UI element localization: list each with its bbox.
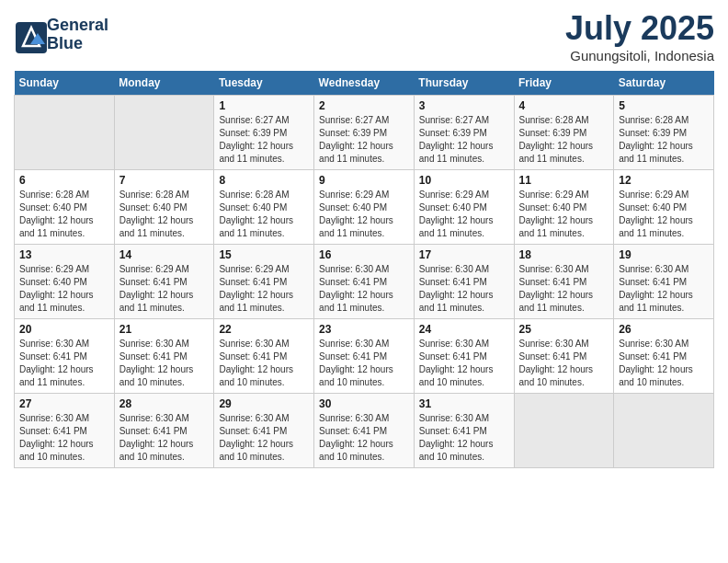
day-number: 9 [319,174,409,187]
day-info: Sunrise: 6:27 AM Sunset: 6:39 PM Dayligh… [419,114,509,166]
day-info: Sunrise: 6:29 AM Sunset: 6:41 PM Dayligh… [219,263,309,315]
day-info: Sunrise: 6:28 AM Sunset: 6:40 PM Dayligh… [19,189,109,240]
calendar-cell: 1Sunrise: 6:27 AM Sunset: 6:39 PM Daylig… [214,96,314,170]
main-title: July 2025 [565,9,714,48]
day-number: 16 [319,248,409,261]
logo-text: General Blue [47,17,108,53]
calendar-week-5: 27Sunrise: 6:30 AM Sunset: 6:41 PM Dayli… [15,394,714,468]
calendar-cell: 13Sunrise: 6:29 AM Sunset: 6:40 PM Dayli… [15,245,115,319]
day-info: Sunrise: 6:29 AM Sunset: 6:40 PM Dayligh… [19,263,109,315]
logo-line2: Blue [47,35,108,53]
calendar-cell [614,394,714,468]
calendar-cell: 5Sunrise: 6:28 AM Sunset: 6:39 PM Daylig… [614,96,714,170]
day-number: 18 [519,248,609,261]
day-number: 22 [219,323,309,336]
calendar-cell: 9Sunrise: 6:29 AM Sunset: 6:40 PM Daylig… [314,170,415,245]
header-cell-friday: Friday [514,71,614,96]
day-number: 21 [119,323,210,336]
calendar-cell [514,394,614,468]
calendar-cell: 14Sunrise: 6:29 AM Sunset: 6:41 PM Dayli… [114,245,214,319]
header-cell-wednesday: Wednesday [314,71,415,96]
header-cell-saturday: Saturday [614,71,714,96]
calendar-cell: 16Sunrise: 6:30 AM Sunset: 6:41 PM Dayli… [314,245,415,319]
day-number: 30 [319,397,409,410]
calendar-week-2: 6Sunrise: 6:28 AM Sunset: 6:40 PM Daylig… [15,170,714,245]
day-info: Sunrise: 6:30 AM Sunset: 6:41 PM Dayligh… [119,338,210,389]
calendar-body: 1Sunrise: 6:27 AM Sunset: 6:39 PM Daylig… [15,96,714,468]
day-number: 19 [619,248,709,261]
calendar-cell: 21Sunrise: 6:30 AM Sunset: 6:41 PM Dayli… [114,319,214,394]
calendar-cell: 2Sunrise: 6:27 AM Sunset: 6:39 PM Daylig… [314,96,415,170]
calendar-cell: 18Sunrise: 6:30 AM Sunset: 6:41 PM Dayli… [514,245,614,319]
day-info: Sunrise: 6:27 AM Sunset: 6:39 PM Dayligh… [319,114,409,166]
header-cell-sunday: Sunday [15,71,115,96]
calendar-cell: 29Sunrise: 6:30 AM Sunset: 6:41 PM Dayli… [214,394,314,468]
day-number: 15 [219,248,309,261]
calendar-cell: 6Sunrise: 6:28 AM Sunset: 6:40 PM Daylig… [15,170,115,245]
calendar-cell: 25Sunrise: 6:30 AM Sunset: 6:41 PM Dayli… [514,319,614,394]
day-info: Sunrise: 6:29 AM Sunset: 6:41 PM Dayligh… [119,263,210,315]
day-number: 6 [19,174,109,187]
day-number: 10 [419,174,509,187]
day-number: 17 [419,248,509,261]
page-header: General Blue July 2025 Gunungsitoli, Ind… [14,9,714,63]
day-number: 7 [119,174,210,187]
day-info: Sunrise: 6:30 AM Sunset: 6:41 PM Dayligh… [319,338,409,389]
calendar-cell: 27Sunrise: 6:30 AM Sunset: 6:41 PM Dayli… [15,394,115,468]
logo: General Blue [14,17,108,53]
header-cell-thursday: Thursday [414,71,514,96]
day-info: Sunrise: 6:30 AM Sunset: 6:41 PM Dayligh… [219,338,309,389]
day-info: Sunrise: 6:29 AM Sunset: 6:40 PM Dayligh… [519,189,609,240]
calendar-cell: 11Sunrise: 6:29 AM Sunset: 6:40 PM Dayli… [514,170,614,245]
calendar-cell: 19Sunrise: 6:30 AM Sunset: 6:41 PM Dayli… [614,245,714,319]
day-info: Sunrise: 6:29 AM Sunset: 6:40 PM Dayligh… [319,189,409,240]
day-number: 24 [419,323,509,336]
day-info: Sunrise: 6:30 AM Sunset: 6:41 PM Dayligh… [219,412,309,464]
calendar-cell: 3Sunrise: 6:27 AM Sunset: 6:39 PM Daylig… [414,96,514,170]
calendar-cell: 22Sunrise: 6:30 AM Sunset: 6:41 PM Dayli… [214,319,314,394]
calendar-header: SundayMondayTuesdayWednesdayThursdayFrid… [15,71,714,96]
day-info: Sunrise: 6:28 AM Sunset: 6:40 PM Dayligh… [119,189,210,240]
subtitle: Gunungsitoli, Indonesia [565,48,714,63]
day-number: 12 [619,174,709,187]
calendar-cell [114,96,214,170]
header-row: SundayMondayTuesdayWednesdayThursdayFrid… [15,71,714,96]
day-number: 3 [419,99,509,112]
day-number: 28 [119,397,210,410]
calendar-cell: 8Sunrise: 6:28 AM Sunset: 6:40 PM Daylig… [214,170,314,245]
day-number: 8 [219,174,309,187]
calendar-cell [15,96,115,170]
calendar-cell: 23Sunrise: 6:30 AM Sunset: 6:41 PM Dayli… [314,319,415,394]
logo-icon [14,20,43,50]
day-info: Sunrise: 6:30 AM Sunset: 6:41 PM Dayligh… [419,338,509,389]
day-info: Sunrise: 6:28 AM Sunset: 6:39 PM Dayligh… [519,114,609,166]
day-number: 26 [619,323,709,336]
day-number: 14 [119,248,210,261]
day-number: 13 [19,248,109,261]
day-number: 25 [519,323,609,336]
header-cell-tuesday: Tuesday [214,71,314,96]
calendar-cell: 20Sunrise: 6:30 AM Sunset: 6:41 PM Dayli… [15,319,115,394]
day-info: Sunrise: 6:27 AM Sunset: 6:39 PM Dayligh… [219,114,309,166]
calendar-cell: 24Sunrise: 6:30 AM Sunset: 6:41 PM Dayli… [414,319,514,394]
day-info: Sunrise: 6:30 AM Sunset: 6:41 PM Dayligh… [19,412,109,464]
day-info: Sunrise: 6:30 AM Sunset: 6:41 PM Dayligh… [419,412,509,464]
calendar-week-3: 13Sunrise: 6:29 AM Sunset: 6:40 PM Dayli… [15,245,714,319]
day-number: 29 [219,397,309,410]
day-info: Sunrise: 6:30 AM Sunset: 6:41 PM Dayligh… [519,338,609,389]
calendar-cell: 17Sunrise: 6:30 AM Sunset: 6:41 PM Dayli… [414,245,514,319]
day-number: 1 [219,99,309,112]
logo-line1: General [47,17,108,35]
day-info: Sunrise: 6:28 AM Sunset: 6:40 PM Dayligh… [219,189,309,240]
day-info: Sunrise: 6:30 AM Sunset: 6:41 PM Dayligh… [319,263,409,315]
calendar-cell: 7Sunrise: 6:28 AM Sunset: 6:40 PM Daylig… [114,170,214,245]
day-number: 11 [519,174,609,187]
day-number: 2 [319,99,409,112]
day-info: Sunrise: 6:30 AM Sunset: 6:41 PM Dayligh… [519,263,609,315]
calendar-cell: 15Sunrise: 6:29 AM Sunset: 6:41 PM Dayli… [214,245,314,319]
day-number: 20 [19,323,109,336]
day-info: Sunrise: 6:30 AM Sunset: 6:41 PM Dayligh… [619,263,709,315]
day-info: Sunrise: 6:28 AM Sunset: 6:39 PM Dayligh… [619,114,709,166]
day-info: Sunrise: 6:29 AM Sunset: 6:40 PM Dayligh… [419,189,509,240]
header-cell-monday: Monday [114,71,214,96]
